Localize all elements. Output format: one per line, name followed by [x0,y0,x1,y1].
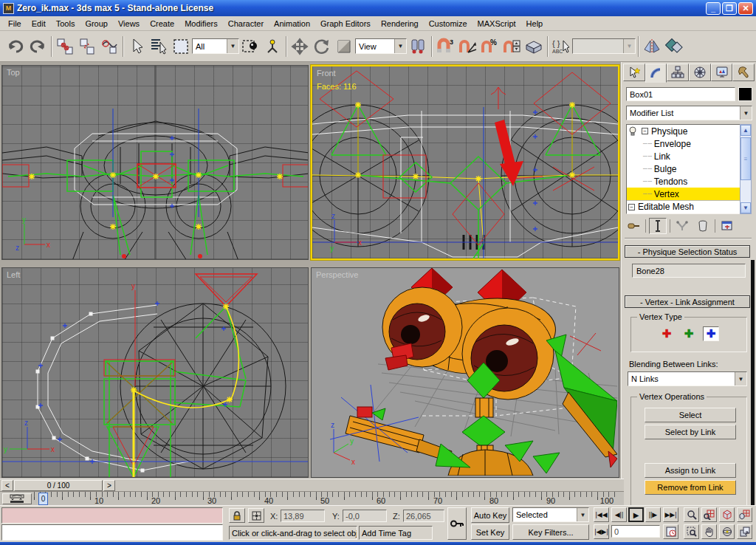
menu-group[interactable]: Group [80,18,113,30]
minimize-button[interactable]: _ [706,2,721,15]
angle-snap-icon[interactable] [456,35,478,58]
track-bar-frame-handle[interactable]: 0 [38,493,48,505]
panel-scroll-strip[interactable] [751,260,755,545]
viewport-perspective[interactable]: Perspective [311,267,619,478]
key-mode-toggle-button[interactable]: |◀▶| [594,524,609,539]
play-button[interactable]: ▶ [628,507,644,522]
collapse-editable-mesh-icon[interactable]: − [628,204,635,210]
mini-curve-editor-button[interactable] [2,493,32,504]
menu-customize[interactable]: Customize [424,18,472,30]
go-to-start-button[interactable]: |◀◀ [594,507,609,522]
absolute-offset-mode-toggle[interactable] [248,508,264,523]
align-icon[interactable] [663,35,685,58]
motion-tab[interactable] [689,64,711,81]
zoom-extents-all-icon[interactable] [737,507,752,522]
select-by-link-button[interactable]: Select by Link [645,425,736,439]
time-slider-thumb[interactable]: 0 / 100 [14,480,103,491]
assign-to-link-button[interactable]: Assign to Link [645,463,736,478]
blending-combo[interactable]: N Links ▼ [628,371,747,386]
previous-frame-button[interactable]: ◀|| [611,507,627,522]
menu-file[interactable]: File [3,18,27,30]
display-tab[interactable] [711,64,733,81]
min-max-toggle-icon[interactable] [737,524,752,539]
menu-help[interactable]: Help [521,18,549,30]
reference-coordsys-dropdown-icon[interactable]: ▼ [394,39,406,53]
green-vertex-type-button[interactable]: ✚ [681,326,697,341]
arc-rotate-icon[interactable] [719,524,735,539]
red-vertex-type-button[interactable]: ✚ [659,326,675,341]
keyboard-override-icon[interactable]: { }ABC [550,35,572,58]
named-selection-sets-icon[interactable] [523,35,545,58]
zoom-extents-icon[interactable] [719,507,735,522]
auto-key-button[interactable]: Auto Key [471,507,509,523]
restore-button[interactable]: ❐ [722,2,737,15]
go-to-end-button[interactable]: ▶▶| [663,507,678,522]
reference-coordsys-combo[interactable]: View ▼ [355,38,407,54]
mirror-icon[interactable] [641,35,663,58]
viewport-perspective-label[interactable]: Perspective [316,270,358,279]
menu-character[interactable]: Character [223,18,269,30]
modifier-list-combo[interactable]: Modifier List ▼ [626,106,752,120]
viewport-top[interactable]: Top [1,65,309,260]
region-zoom-icon[interactable] [684,524,699,539]
viewport-top-label[interactable]: Top [7,68,20,77]
utilities-tab[interactable] [732,64,755,81]
viewport-left[interactable]: Left [1,267,309,478]
select-object-icon[interactable] [126,35,148,58]
zoom-icon[interactable] [684,507,699,522]
menu-graph-editors[interactable]: Graph Editors [315,18,376,30]
menu-modifiers[interactable]: Modifiers [179,18,223,30]
y-coordinate-field[interactable]: -0,0 [343,510,387,522]
time-configuration-button[interactable] [663,524,678,539]
rectangular-selection-region-icon[interactable] [170,35,192,58]
add-time-tag[interactable]: Add Time Tag [359,526,433,540]
modify-tab[interactable] [645,64,667,83]
menu-animation[interactable]: Animation [269,18,315,30]
select-by-name-icon[interactable] [148,35,170,58]
object-name-field[interactable]: Box01 [626,87,735,101]
stack-item-envelope[interactable]: ┄┄Envelope [627,137,740,150]
named-selection-combo[interactable]: ▼ [572,38,636,54]
menu-maxscript[interactable]: MAXScript [472,18,521,30]
configure-modifier-sets-icon[interactable] [718,218,736,234]
bind-to-space-warp-icon[interactable] [98,35,120,58]
menu-create[interactable]: Create [145,18,179,30]
maxscript-mini-listener[interactable] [1,524,223,541]
select-button[interactable]: Select [645,408,736,422]
previous-frame-nudge-button[interactable]: < [1,480,13,491]
stack-item-vertex-selected[interactable]: ┄┄Vertex [627,188,740,200]
key-mode-combo[interactable]: Selected ▼ [512,507,589,522]
key-filters-button[interactable]: Key Filters... [512,524,589,540]
object-color-swatch[interactable] [738,87,752,101]
stack-item-link[interactable]: ┄┄Link [627,150,740,162]
use-pivot-point-center-icon[interactable] [407,35,429,58]
make-unique-icon[interactable] [673,218,691,234]
unlink-selection-icon[interactable] [76,35,98,58]
viewport-front-label[interactable]: Front [317,69,336,78]
rollout-selection-status-header[interactable]: - Physique Selection Status [625,245,750,258]
pin-stack-icon[interactable] [625,218,642,234]
stack-scrollbar[interactable]: ▲ ≡ ▼ [740,124,752,214]
selection-filter-dropdown-icon[interactable]: ▼ [227,39,238,53]
stack-scroll-up-icon[interactable]: ▲ [740,125,751,136]
undo-icon[interactable] [4,35,27,58]
stack-item-physique[interactable]: − Physique [627,125,740,137]
percent-snap-icon[interactable]: % [478,35,501,58]
snap-toggle-3d-icon[interactable]: 3 [434,35,456,58]
redo-icon[interactable] [27,35,49,58]
select-and-scale-icon[interactable] [333,35,355,58]
macro-recorder-pane[interactable] [1,507,223,524]
current-frame-field[interactable]: 0 [611,525,660,538]
menu-tools[interactable]: Tools [51,18,80,30]
pan-hand-icon[interactable] [701,524,717,539]
remove-from-link-button[interactable]: Remove from Link [645,480,736,495]
create-tab[interactable] [623,64,645,81]
rollout-vertex-link-header[interactable]: - Vertex - Link Assignment [625,295,750,308]
collapse-physique-icon[interactable]: − [642,128,648,134]
stack-item-tendons[interactable]: ┄┄Tendons [627,175,740,188]
stack-item-editable-mesh[interactable]: − Editable Mesh [627,200,740,213]
stack-scroll-down-icon[interactable]: ▼ [740,202,751,213]
x-coordinate-field[interactable]: 13,89 [281,510,325,522]
stack-scroll-thumb[interactable]: ≡ [740,137,751,180]
show-end-result-icon[interactable] [649,218,667,234]
